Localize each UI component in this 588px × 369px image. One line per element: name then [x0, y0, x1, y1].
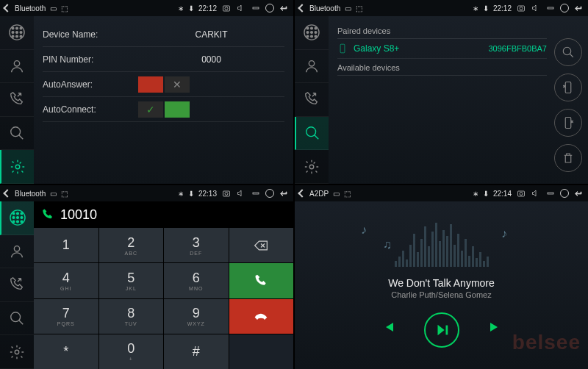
screenshot-icon[interactable] — [221, 188, 232, 198]
back-icon[interactable] — [298, 189, 306, 197]
label: PIN Number: — [43, 54, 138, 65]
back-icon[interactable] — [3, 4, 11, 12]
disconnect-button[interactable] — [554, 74, 582, 101]
key-1[interactable]: 1 — [34, 228, 98, 262]
key-9[interactable]: 9WXYZ — [164, 299, 229, 334]
minimize-icon[interactable] — [251, 188, 261, 198]
call-key[interactable] — [229, 263, 294, 298]
paired-header: Paired devices — [337, 22, 547, 39]
hangup-key[interactable] — [229, 299, 294, 334]
key-8[interactable]: 8TUV — [99, 299, 164, 334]
delete-button[interactable] — [554, 144, 582, 172]
key-5[interactable]: 5JKL — [99, 263, 164, 298]
prev-button[interactable] — [373, 312, 402, 342]
next-button[interactable] — [481, 312, 511, 342]
available-header: Available devices — [337, 59, 547, 76]
sidebar-contacts[interactable] — [0, 235, 34, 269]
key-0[interactable]: 0+ — [99, 334, 164, 369]
home-icon[interactable] — [265, 189, 274, 198]
svg-point-33 — [563, 47, 571, 55]
volume-icon[interactable] — [531, 188, 541, 198]
key-4[interactable]: 4GHI — [34, 263, 98, 298]
return-icon[interactable] — [573, 188, 584, 198]
svg-point-30 — [306, 127, 316, 137]
key-7[interactable]: 7PQRS — [34, 299, 98, 334]
toggle-on[interactable]: ✓ — [138, 101, 190, 118]
play-pause-button[interactable] — [424, 312, 459, 348]
watermark: belsee — [512, 331, 581, 354]
note-icon: ♪ — [361, 223, 367, 237]
backspace-key[interactable] — [229, 228, 294, 262]
home-icon[interactable] — [560, 4, 569, 12]
home-icon[interactable] — [560, 189, 569, 198]
scan-button[interactable] — [554, 38, 582, 66]
setting-pin[interactable]: PIN Number: 0000 — [43, 47, 284, 72]
svg-point-4 — [16, 27, 18, 29]
minimize-icon[interactable] — [545, 3, 556, 13]
toggle-off[interactable]: ✕ — [138, 76, 190, 93]
sidebar-call-log[interactable] — [0, 83, 34, 117]
sd-icon: ▭ — [345, 4, 351, 12]
minimize-icon[interactable] — [545, 188, 556, 198]
sidebar-settings[interactable] — [0, 335, 34, 369]
back-icon[interactable] — [298, 4, 306, 12]
sidebar-keypad[interactable] — [0, 201, 34, 235]
volume-icon[interactable] — [236, 3, 246, 13]
svg-point-25 — [306, 35, 309, 37]
bt-icon: ∗ — [473, 190, 478, 198]
pane-bt-dialer: Bluetooth ▭ ⬚ ∗ ⬇ 22:13 10010 — [0, 185, 293, 369]
sidebar-call-log[interactable] — [295, 83, 329, 117]
connect-button[interactable] — [554, 109, 582, 137]
time: 22:14 — [493, 190, 512, 198]
sidebar-keypad[interactable] — [0, 16, 34, 50]
value: CARKIT — [138, 29, 284, 40]
svg-point-47 — [21, 221, 23, 223]
sidebar-call-log[interactable] — [0, 268, 34, 302]
screenshot-icon[interactable] — [516, 3, 526, 13]
svg-point-31 — [309, 165, 314, 169]
svg-point-41 — [21, 212, 23, 215]
svg-point-45 — [12, 221, 15, 223]
setting-device-name[interactable]: Device Name: CARKIT — [43, 22, 284, 47]
device-row[interactable]: Galaxy S8+ 3096FBFB0BA7 — [337, 39, 547, 59]
sidebar-search[interactable] — [0, 302, 34, 336]
minimize-icon[interactable] — [251, 3, 261, 13]
usb-icon: ⬚ — [61, 190, 68, 198]
dl-icon: ⬇ — [483, 4, 489, 12]
status-bar: A2DP ▭ ⬚ ∗ ⬇ 22:14 — [295, 185, 588, 201]
svg-point-10 — [16, 35, 18, 37]
svg-rect-36 — [223, 191, 230, 196]
sidebar-settings[interactable] — [295, 150, 329, 184]
svg-rect-2 — [253, 7, 259, 9]
screenshot-icon[interactable] — [221, 3, 232, 13]
svg-point-49 — [14, 246, 19, 251]
key-#[interactable]: # — [164, 334, 229, 369]
return-icon[interactable] — [279, 3, 289, 13]
sidebar-search[interactable] — [0, 117, 34, 151]
svg-point-44 — [21, 217, 23, 219]
svg-point-27 — [315, 35, 317, 37]
sidebar-contacts[interactable] — [0, 50, 34, 84]
return-icon[interactable] — [279, 188, 289, 198]
dl-icon: ⬇ — [188, 4, 194, 12]
back-icon[interactable] — [3, 189, 11, 197]
key-6[interactable]: 6MNO — [164, 263, 229, 298]
volume-icon[interactable] — [531, 3, 541, 13]
key-3[interactable]: 3DEF — [164, 228, 229, 262]
sidebar-search[interactable] — [295, 117, 329, 151]
key-2[interactable]: 2ABC — [99, 228, 164, 262]
dl-icon: ⬇ — [483, 190, 489, 198]
sidebar-keypad[interactable] — [295, 16, 329, 50]
return-icon[interactable] — [573, 3, 584, 13]
key-*[interactable]: * — [34, 334, 98, 369]
sidebar-settings[interactable] — [0, 150, 34, 184]
sidebar-contacts[interactable] — [295, 50, 329, 84]
sd-icon: ▭ — [50, 190, 57, 198]
svg-rect-34 — [565, 82, 571, 93]
home-icon[interactable] — [265, 4, 274, 12]
sidebar — [0, 201, 34, 369]
note-icon: ♪ — [501, 227, 507, 240]
volume-icon[interactable] — [236, 188, 246, 198]
track-artist: Charlie Puth/Selena Gomez — [391, 290, 491, 299]
screenshot-icon[interactable] — [516, 188, 526, 198]
